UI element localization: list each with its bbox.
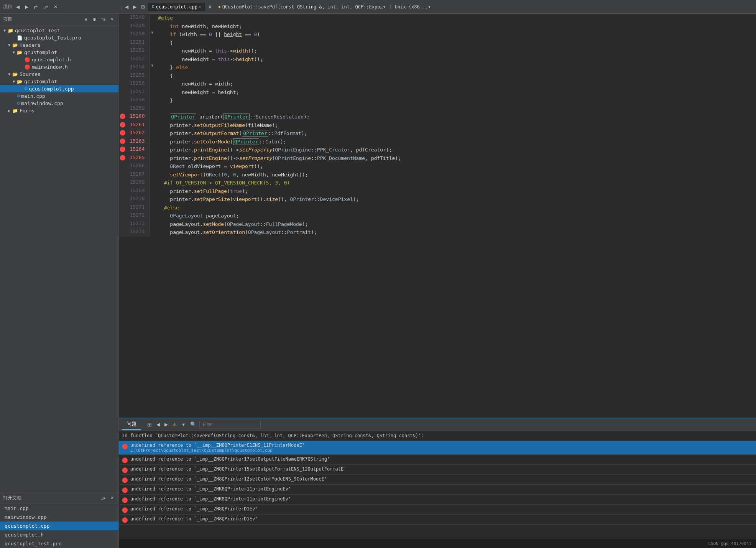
panel-filter-btn[interactable]: ▼ [180, 421, 187, 428]
line-code: } else [155, 63, 756, 72]
line-code: printer.setColorMode(QPrinter::Color); [155, 138, 756, 146]
line-number: 15262 [127, 129, 150, 138]
open-doc-item-3[interactable]: qcustomplot.h [0, 530, 118, 539]
sidebar-item-root[interactable]: ▼ 📁 qcustoplot_Test [0, 27, 118, 34]
problem-text: undefined reference to `_imp__ZN8QPrinte… [130, 456, 330, 462]
line-number: 15252 [127, 47, 150, 55]
sidebar-item-qcustomplot-cpp[interactable]: © qcustomplot.cpp [0, 85, 118, 92]
sidebar-item-forms[interactable]: ▶ 📁 Forms [0, 107, 118, 114]
platform-label[interactable]: Unix (x86...▾ [395, 4, 431, 10]
problem-item[interactable]: ⬤ undefined reference to `_imp__ZN8QPrin… [119, 455, 756, 465]
problem-panel: 问题 ⊞ ◀ ▶ ⚠ ▼ 🔍 In function `QCustomPlot:… [119, 418, 756, 548]
add-btn[interactable]: □+ [41, 3, 50, 10]
sync-btn[interactable]: ⇄ [32, 3, 39, 10]
line-gutter [119, 63, 127, 72]
nav-back-btn[interactable]: ◀ [15, 3, 21, 10]
line-gutter: ⬤ [119, 113, 127, 121]
problem-item[interactable]: ⬤ undefined reference to `_imp__ZN8QPrin… [119, 505, 756, 515]
problem-item[interactable]: ⬤ undefined reference to `_imp__ZN8QPrin… [119, 515, 756, 525]
line-gutter [119, 171, 127, 179]
bookmarks-btn[interactable]: ⊞ [140, 3, 146, 10]
sidebar-item-mainwindow-h[interactable]: 🔴 mainwindow.h [0, 63, 118, 71]
line-fold [150, 105, 155, 113]
table-row: 15252 newWidth = this->width(); [119, 47, 756, 55]
breadcrumb-icon: ◆ [218, 4, 221, 9]
nav-forward-btn[interactable]: ▶ [23, 3, 30, 10]
sidebar-item-main-cpp[interactable]: © main.cpp [0, 92, 118, 100]
sources-folder-label: qcustomplot [24, 79, 57, 84]
line-number: 15274 [127, 228, 150, 237]
sources-file3-label: mainwindow.cpp [21, 100, 63, 106]
filter-input[interactable] [199, 421, 261, 428]
line-number: 15270 [127, 195, 150, 204]
problem-text: undefined reference to `_imp__ZN8QPrinte… [130, 516, 258, 522]
panel-icons: ⊞ ◀ ▶ ⚠ ▼ [146, 421, 187, 428]
cpp-file2-icon: © [17, 94, 20, 99]
sidebar: 项目 ▼ ⊕ □+ ✕ ▼ 📁 qcustoplot_Test 📄 qcusto [0, 14, 119, 548]
settings-btn[interactable]: ✕ [109, 16, 115, 23]
line-gutter [119, 105, 127, 113]
sidebar-item-headers[interactable]: ▼ 📂 Headers [0, 41, 118, 49]
open-doc-item-4[interactable]: qcustoplot_Test.pro [0, 539, 118, 548]
tab-problems[interactable]: 问题 [122, 419, 141, 430]
line-number: 15269 [127, 187, 150, 196]
line-gutter: ⬤ [119, 121, 127, 130]
problem-text-container: undefined reference to `_imp__ZN8QPrinte… [130, 456, 330, 462]
open-doc-item-1[interactable]: mainwindow.cpp [0, 513, 118, 522]
sidebar-item-mainwindow-cpp[interactable]: © mainwindow.cpp [0, 100, 118, 107]
sidebar-item-headers-folder[interactable]: ▼ 📂 qcustomplot [0, 49, 118, 56]
sidebar-tree: ▼ 📁 qcustoplot_Test 📄 qcustoplot_Test.pr… [0, 25, 118, 492]
sidebar-item-qcustomplot-h[interactable]: 🔴 qcustomplot.h [0, 56, 118, 63]
problem-item[interactable]: ⬤ undefined reference to `_imp__ZN8QPrin… [119, 465, 756, 475]
tree-arrow-forms: ▶ [6, 109, 12, 113]
open-docs-add-btn[interactable]: □+ [99, 495, 107, 501]
sidebar-item-sources[interactable]: ▼ 📂 Sources [0, 71, 118, 78]
problem-item[interactable]: ⬤ undefined reference to `_imp__ZN8QPrin… [119, 475, 756, 485]
nav-code-back-btn[interactable]: ◀ [123, 3, 130, 10]
sidebar-header-icons: ▼ ⊕ □+ ✕ [82, 16, 115, 23]
panel-nav-next[interactable]: ▶ [163, 421, 169, 428]
panel-icon-move[interactable]: ⊞ [146, 421, 153, 428]
sidebar-item-pro[interactable]: 📄 qcustoplot_Test.pro [0, 34, 118, 41]
panel-nav-prev[interactable]: ◀ [155, 421, 161, 428]
table-row: 15268 #if QT_VERSION < QT_VERSION_CHECK(… [119, 179, 756, 187]
tree-arrow-headers-folder: ▼ [11, 50, 17, 54]
breadcrumb-sep: | [389, 4, 392, 10]
table-row: 15249 int newWidth, newHeight; [119, 22, 756, 31]
editor-tab-active[interactable]: C qcustomplot.cpp ✕ [148, 3, 205, 11]
nav-code-forward-btn[interactable]: ▶ [131, 3, 138, 10]
problem-item[interactable]: ⬤ undefined reference to `__imp__ZN8QPri… [119, 441, 756, 455]
line-gutter [119, 39, 127, 47]
add-sub-btn[interactable]: □+ [99, 16, 107, 23]
problem-item[interactable]: ⬤ undefined reference to `_imp__ZNK8QPri… [119, 495, 756, 505]
open-doc-item-0[interactable]: main.cpp [0, 504, 118, 513]
code-scroll[interactable]: 15248 #else 15249 int newWidth, newHeigh… [119, 14, 756, 418]
status-bar: CSDN @qq_40170041 [119, 539, 756, 548]
tab-close-btn[interactable]: ✕ [199, 5, 201, 9]
line-fold [150, 22, 155, 31]
line-number: 15273 [127, 220, 150, 229]
main-layout: 项目 ▼ ⊕ □+ ✕ ▼ 📁 qcustoplot_Test 📄 qcusto [0, 14, 756, 548]
panel-warning-btn[interactable]: ⚠ [171, 421, 178, 428]
table-row: 15271 #else [119, 204, 756, 212]
close-tab-btn[interactable]: ✕ [207, 3, 214, 10]
line-number: 15251 [127, 39, 150, 47]
line-code: printer.setFullPage(true); [155, 187, 756, 196]
open-docs-close-btn[interactable]: ✕ [109, 495, 115, 501]
line-number: 15257 [127, 88, 150, 97]
sidebar-item-sources-folder[interactable]: ▼ 📂 qcustomplot [0, 78, 118, 85]
line-gutter [119, 88, 127, 97]
link-btn[interactable]: ⊕ [91, 16, 98, 23]
breadcrumb[interactable]: QCustomPlot::savePdf(const QString &, in… [222, 4, 386, 10]
open-docs-title: 打开文档 [3, 495, 21, 501]
table-row: 15256 newWidth = width; [119, 80, 756, 88]
filter-btn[interactable]: ▼ [82, 16, 90, 23]
problem-item[interactable]: ⬤ undefined reference to `_imp__ZNK8QPri… [119, 485, 756, 495]
table-row: ⬤ 15263 printer.setColorMode(QPrinter::C… [119, 138, 756, 146]
open-doc-item-2[interactable]: qcustomplot.cpp [0, 522, 118, 530]
line-gutter [119, 72, 127, 80]
error-dot: ⬤ [120, 154, 126, 160]
project-toolbar: 项目 ◀ ▶ ⇄ □+ ✕ [3, 3, 122, 10]
close-sidebar-btn[interactable]: ✕ [52, 3, 59, 10]
error-dot: ⬤ [120, 121, 126, 127]
